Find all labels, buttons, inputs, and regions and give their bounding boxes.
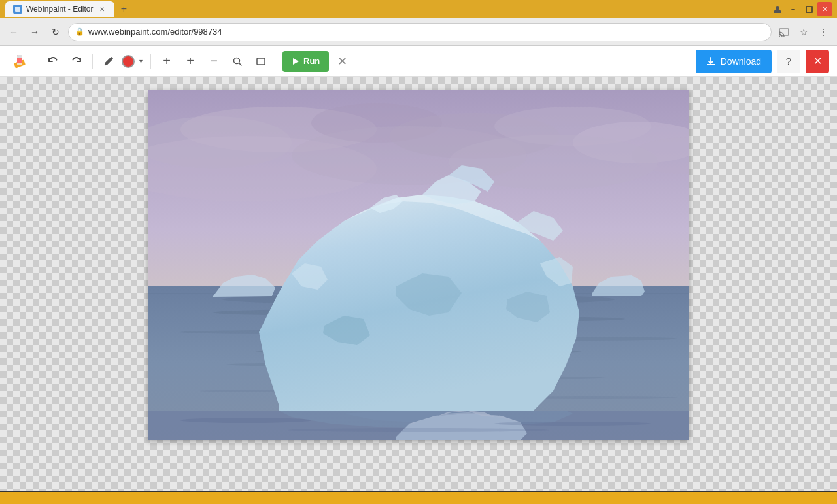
svg-point-39 (494, 422, 651, 426)
separator-1 (37, 54, 37, 69)
help-button[interactable]: ? (777, 50, 800, 73)
menu-button[interactable]: ⋮ (815, 24, 832, 41)
color-picker-group: ▾ (122, 51, 145, 72)
reload-button[interactable]: ↻ (47, 24, 64, 41)
rectangle-tool-button[interactable] (250, 51, 271, 72)
run-label: Run (303, 56, 320, 66)
svg-rect-8 (17, 63, 22, 65)
editor-toolbar: ▾ + + − Run ✕ Download ? ✕ (0, 46, 837, 77)
redo-button[interactable] (66, 51, 87, 72)
close-window-button[interactable]: ✕ (817, 2, 832, 16)
zoom-in-button[interactable]: + (180, 51, 201, 72)
svg-rect-7 (17, 55, 22, 58)
browser-tab[interactable]: WebInpaint - Editor ✕ (5, 1, 114, 17)
separator-4 (277, 54, 277, 69)
restore-button[interactable] (802, 2, 816, 16)
download-button[interactable]: Download (696, 50, 772, 73)
color-dropdown-arrow[interactable]: ▾ (136, 51, 145, 72)
url-bar[interactable]: 🔒 www.webinpaint.com/editor/998734 (68, 23, 772, 41)
title-bar: WebInpaint - Editor ✕ + − ✕ (0, 0, 837, 18)
svg-point-4 (779, 36, 780, 37)
svg-marker-12 (293, 58, 299, 65)
profile-icon[interactable] (770, 2, 785, 16)
canvas-area (0, 77, 837, 491)
minimize-button[interactable]: − (786, 2, 800, 16)
svg-point-40 (288, 428, 549, 432)
color-swatch[interactable] (122, 55, 135, 68)
lock-icon: 🔒 (75, 27, 84, 36)
separator-3 (150, 54, 151, 69)
undo-button[interactable] (43, 51, 63, 72)
taskbar (0, 491, 837, 504)
new-tab-button[interactable]: + (117, 2, 131, 16)
title-bar-left: WebInpaint - Editor ✕ + (5, 1, 131, 17)
svg-point-38 (180, 418, 311, 423)
address-bar-right: ☆ ⋮ (776, 24, 832, 41)
tab-favicon (13, 5, 22, 14)
separator-2 (92, 54, 93, 69)
iceberg-image (148, 90, 689, 440)
eraser-tool-button[interactable] (8, 50, 31, 73)
tab-close-button[interactable]: ✕ (97, 5, 107, 14)
pen-tool-button[interactable] (98, 51, 119, 72)
browser-frame: WebInpaint - Editor ✕ + − ✕ ← → ↻ 🔒 www.… (0, 0, 837, 504)
cancel-button[interactable]: ✕ (332, 51, 352, 72)
run-button[interactable]: Run (282, 51, 329, 72)
svg-rect-11 (257, 58, 265, 65)
svg-line-10 (239, 63, 242, 65)
url-text: www.webinpaint.com/editor/998734 (88, 27, 222, 37)
search-button[interactable] (227, 51, 248, 72)
toolbar-right: Download ? ✕ (696, 50, 829, 73)
svg-rect-2 (806, 7, 812, 12)
address-bar: ← → ↻ 🔒 www.webinpaint.com/editor/998734… (0, 18, 837, 46)
zoom-out-button[interactable]: − (203, 51, 224, 72)
bookmark-button[interactable]: ☆ (795, 24, 812, 41)
cast-button[interactable] (776, 24, 793, 41)
image-canvas[interactable] (148, 90, 689, 440)
zoom-in-large-button[interactable]: + (156, 51, 177, 72)
close-editor-button[interactable]: ✕ (806, 50, 829, 73)
download-label: Download (721, 56, 761, 67)
window-controls: − ✕ (770, 2, 832, 16)
forward-button[interactable]: → (26, 24, 43, 41)
back-button[interactable]: ← (5, 24, 22, 41)
tab-title: WebInpaint - Editor (26, 5, 94, 14)
svg-rect-0 (15, 7, 20, 12)
